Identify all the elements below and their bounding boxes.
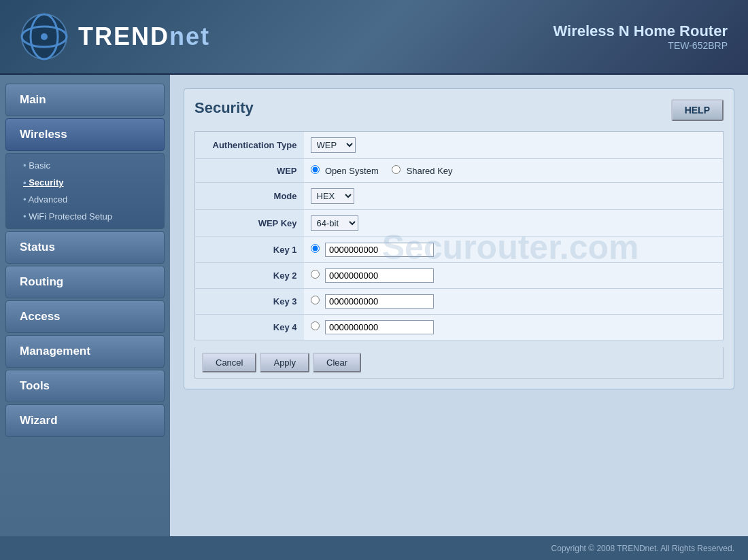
key4-value xyxy=(304,315,724,340)
page-title: Security xyxy=(194,99,254,117)
key3-label: Key 3 xyxy=(195,289,304,315)
shared-key-radio-label[interactable]: Shared Key xyxy=(392,164,462,176)
sidebar-subitem-wifi-protected[interactable]: WiFi Protected Setup xyxy=(6,208,164,225)
auth-type-value: WEP WPA WPA2 xyxy=(304,132,724,159)
key2-radio[interactable] xyxy=(311,270,320,279)
mode-label: Mode xyxy=(195,183,304,210)
shared-key-radio[interactable] xyxy=(392,165,401,174)
wep-options: Open System Shared Key xyxy=(304,159,724,183)
help-button[interactable]: HELP xyxy=(671,99,724,121)
mode-select[interactable]: HEX ASCII xyxy=(311,188,354,204)
sidebar-item-main[interactable]: Main xyxy=(5,84,165,116)
trendnet-logo-icon xyxy=(20,13,68,60)
key4-row: Key 4 xyxy=(195,315,724,340)
security-form-table: Authentication Type WEP WPA WPA2 WEP xyxy=(194,131,724,340)
key1-value xyxy=(304,237,724,263)
key1-row: Key 1 xyxy=(195,237,724,263)
key4-radio[interactable] xyxy=(311,321,320,330)
wep-key-row: WEP Key 64-bit 128-bit xyxy=(195,210,724,237)
footer: Copyright © 2008 TRENDnet. All Rights Re… xyxy=(0,536,748,560)
key1-label: Key 1 xyxy=(195,237,304,263)
cancel-button[interactable]: Cancel xyxy=(202,353,256,372)
shared-key-label: Shared Key xyxy=(407,166,453,176)
apply-button[interactable]: Apply xyxy=(260,353,309,372)
open-system-label: Open System xyxy=(325,166,379,176)
auth-type-label: Authentication Type xyxy=(195,132,304,159)
logo-trend: TREND xyxy=(78,22,169,50)
security-panel: Security HELP Securouter.com Authenticat… xyxy=(184,88,734,389)
header: TRENDnet Wireless N Home Router TEW-652B… xyxy=(0,0,748,75)
key1-radio[interactable] xyxy=(311,244,320,253)
auth-type-select[interactable]: WEP WPA WPA2 xyxy=(311,137,356,153)
wep-key-select[interactable]: 64-bit 128-bit xyxy=(311,215,358,231)
key2-value xyxy=(304,263,724,289)
wireless-submenu: Basic Security Advanced WiFi Protected S… xyxy=(5,153,165,229)
footer-text: Copyright © 2008 TRENDnet. All Rights Re… xyxy=(551,544,734,553)
logo-area: TRENDnet xyxy=(20,13,210,60)
mode-value: HEX ASCII xyxy=(304,183,724,210)
sidebar-item-wireless[interactable]: Wireless xyxy=(5,118,165,151)
product-info: Wireless N Home Router TEW-652BRP xyxy=(553,22,728,51)
sidebar-item-access[interactable]: Access xyxy=(5,300,165,333)
logo-text: TRENDnet xyxy=(78,22,210,51)
wep-row: WEP Open System Shared Key xyxy=(195,159,724,183)
key3-row: Key 3 xyxy=(195,289,724,315)
key3-radio[interactable] xyxy=(311,296,320,304)
sidebar-item-management[interactable]: Management xyxy=(5,335,165,368)
key3-value xyxy=(304,289,724,315)
wep-key-value: 64-bit 128-bit xyxy=(304,210,724,237)
sidebar-item-wizard[interactable]: Wizard xyxy=(5,404,165,437)
product-model: TEW-652BRP xyxy=(553,40,728,51)
sidebar-subitem-security[interactable]: Security xyxy=(6,174,164,191)
open-system-radio-label[interactable]: Open System xyxy=(311,164,392,176)
svg-point-3 xyxy=(41,33,48,40)
key4-input[interactable] xyxy=(325,320,434,334)
key4-label: Key 4 xyxy=(195,315,304,340)
sidebar-item-status[interactable]: Status xyxy=(5,231,165,264)
sidebar-item-tools[interactable]: Tools xyxy=(5,370,165,402)
key3-input[interactable] xyxy=(325,294,434,309)
panel-header: Security HELP xyxy=(194,99,724,121)
main-layout: Main Wireless Basic Security Advanced Wi… xyxy=(0,75,748,536)
key2-row: Key 2 xyxy=(195,263,724,289)
open-system-radio[interactable] xyxy=(311,165,320,174)
logo-net: net xyxy=(169,22,210,50)
button-row: Cancel Apply Clear xyxy=(194,347,724,379)
sidebar-item-routing[interactable]: Routing xyxy=(5,266,165,298)
sidebar-subitem-basic[interactable]: Basic xyxy=(6,157,164,174)
sidebar-subitem-advanced[interactable]: Advanced xyxy=(6,191,164,208)
wep-key-label: WEP Key xyxy=(195,210,304,237)
key2-label: Key 2 xyxy=(195,263,304,289)
clear-button[interactable]: Clear xyxy=(313,353,361,372)
mode-row: Mode HEX ASCII xyxy=(195,183,724,210)
content-area: Security HELP Securouter.com Authenticat… xyxy=(170,75,748,536)
wep-label: WEP xyxy=(195,159,304,183)
key1-input[interactable] xyxy=(325,243,434,257)
product-name: Wireless N Home Router xyxy=(553,22,728,40)
key2-input[interactable] xyxy=(325,268,434,283)
sidebar: Main Wireless Basic Security Advanced Wi… xyxy=(0,75,170,536)
auth-type-row: Authentication Type WEP WPA WPA2 xyxy=(195,132,724,159)
